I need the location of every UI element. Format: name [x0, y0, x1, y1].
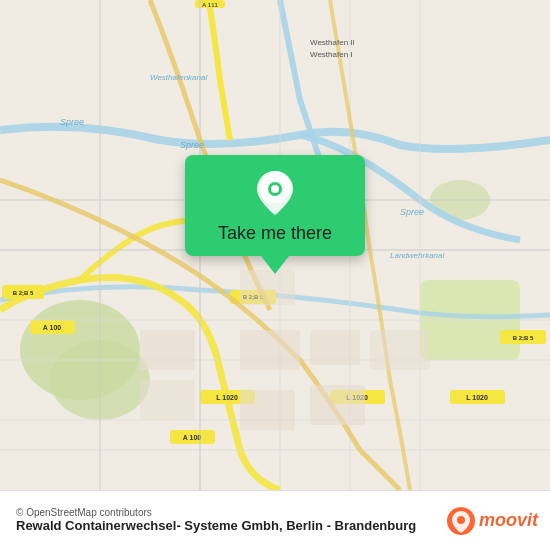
cta-label: Take me there: [218, 223, 332, 244]
svg-rect-48: [140, 380, 195, 420]
cta-arrow: [261, 256, 289, 274]
location-pin-icon: [257, 171, 293, 215]
moovit-text: moovit: [479, 510, 538, 531]
moovit-icon: [447, 507, 475, 535]
svg-text:Spree: Spree: [180, 140, 204, 150]
footer-bar: © OpenStreetMap contributors Rewald Cont…: [0, 490, 550, 550]
svg-text:Westhafen II: Westhafen II: [310, 38, 355, 47]
svg-text:Spree: Spree: [60, 117, 84, 127]
place-name: Rewald Containerwechsel- Systeme Gmbh, B…: [16, 518, 447, 535]
svg-text:A 100: A 100: [43, 324, 62, 331]
moovit-logo: moovit: [447, 507, 538, 535]
map-view: A 111 A 100 A 100 B 2;B 5 B 2;B 5 B 2;B …: [0, 0, 550, 490]
svg-point-53: [457, 516, 465, 524]
footer-content: © OpenStreetMap contributors Rewald Cont…: [12, 507, 447, 535]
svg-text:Westhafen I: Westhafen I: [310, 50, 353, 59]
map-attribution: © OpenStreetMap contributors: [16, 507, 447, 518]
svg-rect-46: [370, 330, 430, 370]
svg-text:Landwehrkanal: Landwehrkanal: [390, 251, 444, 260]
svg-point-51: [271, 185, 279, 193]
svg-text:Spree: Spree: [400, 207, 424, 217]
svg-text:B 2;B 5: B 2;B 5: [13, 290, 34, 296]
svg-text:A 100: A 100: [183, 434, 202, 441]
svg-rect-43: [140, 330, 195, 370]
svg-rect-41: [240, 330, 300, 370]
svg-rect-42: [310, 330, 360, 365]
svg-text:B 2;B 5: B 2;B 5: [513, 335, 534, 341]
svg-rect-45: [310, 385, 365, 425]
cta-box[interactable]: Take me there: [185, 155, 365, 256]
svg-text:L 1020: L 1020: [466, 394, 488, 401]
svg-text:A 111: A 111: [202, 2, 218, 8]
svg-text:Westhafenkanal: Westhafenkanal: [150, 73, 207, 82]
svg-rect-47: [240, 270, 295, 305]
cta-tooltip: Take me there: [185, 155, 365, 274]
svg-text:L 1020: L 1020: [216, 394, 238, 401]
svg-rect-44: [240, 390, 295, 430]
